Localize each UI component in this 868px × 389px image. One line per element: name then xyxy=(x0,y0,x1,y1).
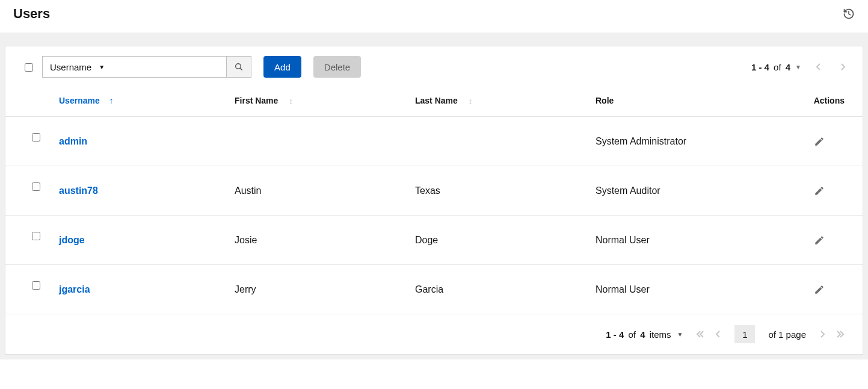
col-username[interactable]: Username ↑ xyxy=(48,87,229,117)
last-name-cell: Garcia xyxy=(409,265,589,314)
first-name-cell xyxy=(229,117,409,166)
last-name-cell: Doge xyxy=(409,216,589,265)
select-all-checkbox[interactable] xyxy=(25,63,33,72)
caret-down-icon[interactable]: ▼ xyxy=(795,64,801,70)
edit-button[interactable] xyxy=(814,136,857,147)
chevron-left-icon xyxy=(715,330,721,338)
caret-down-icon: ▼ xyxy=(99,64,105,70)
row-checkbox[interactable] xyxy=(32,182,40,191)
prev-page-button[interactable] xyxy=(715,330,721,338)
col-firstname[interactable]: First Name ↕ xyxy=(229,87,409,117)
col-username-label: Username xyxy=(59,96,100,105)
col-lastname-label: Last Name xyxy=(415,96,458,105)
double-chevron-left-icon xyxy=(696,330,704,338)
table-row: adminSystem Administrator xyxy=(5,117,863,166)
users-table: Username ↑ First Name ↕ Last Name ↕ Ro xyxy=(5,87,863,314)
row-checkbox[interactable] xyxy=(32,133,40,142)
search-button[interactable] xyxy=(226,56,251,78)
page-title: Users xyxy=(13,6,50,22)
chevron-right-icon xyxy=(819,330,825,338)
table-row: jgarciaJerryGarciaNormal User xyxy=(5,265,863,314)
chevron-left-icon xyxy=(816,63,822,71)
footer-range: 1 - 4 xyxy=(606,329,624,340)
username-link[interactable]: jdoge xyxy=(59,235,85,245)
username-link[interactable]: admin xyxy=(59,136,87,146)
last-name-cell: Texas xyxy=(409,166,589,216)
role-cell: System Auditor xyxy=(589,166,808,216)
col-role: Role xyxy=(589,87,808,117)
role-cell: Normal User xyxy=(589,265,808,314)
table-row: austin78AustinTexasSystem Auditor xyxy=(5,166,863,216)
first-name-cell: Austin xyxy=(229,166,409,216)
row-checkbox[interactable] xyxy=(32,281,40,290)
row-checkbox[interactable] xyxy=(32,232,40,240)
double-chevron-right-icon xyxy=(836,330,845,338)
pager-of: of xyxy=(774,62,781,72)
first-name-cell: Josie xyxy=(229,216,409,265)
role-cell: System Administrator xyxy=(589,117,808,166)
caret-down-icon[interactable]: ▼ xyxy=(677,331,683,338)
last-name-cell xyxy=(409,117,589,166)
sort-asc-icon: ↑ xyxy=(109,96,114,105)
table-row: jdogeJosieDogeNormal User xyxy=(5,216,863,265)
col-role-label: Role xyxy=(596,96,614,105)
pencil-icon xyxy=(814,136,857,147)
svg-line-1 xyxy=(240,68,242,70)
edit-button[interactable] xyxy=(814,235,857,246)
edit-button[interactable] xyxy=(814,185,857,196)
sort-icon: ↕ xyxy=(469,96,473,105)
col-lastname[interactable]: Last Name ↕ xyxy=(409,87,589,117)
next-page-button[interactable] xyxy=(836,63,849,71)
col-actions-label: Actions xyxy=(814,96,845,105)
search-input[interactable] xyxy=(112,56,226,78)
username-link[interactable]: austin78 xyxy=(59,185,98,196)
history-icon[interactable] xyxy=(843,8,855,20)
search-icon xyxy=(234,62,244,72)
username-link[interactable]: jgarcia xyxy=(59,284,90,294)
first-page-button[interactable] xyxy=(696,330,704,338)
chevron-right-icon xyxy=(840,63,846,71)
pencil-icon xyxy=(814,235,857,246)
page-number-input[interactable] xyxy=(734,325,755,343)
pager-total: 4 xyxy=(786,62,790,72)
first-name-cell: Jerry xyxy=(229,265,409,314)
filter-type-label: Username xyxy=(50,62,91,72)
add-button[interactable]: Add xyxy=(263,56,301,78)
pencil-icon xyxy=(814,185,857,196)
of-page-label: of 1 page xyxy=(768,329,806,340)
footer-total: 4 xyxy=(640,329,645,340)
prev-page-button[interactable] xyxy=(812,63,825,71)
footer-of: of xyxy=(628,329,636,340)
pager-range: 1 - 4 xyxy=(751,62,769,72)
edit-button[interactable] xyxy=(814,284,857,295)
delete-button[interactable]: Delete xyxy=(313,56,361,78)
last-page-button[interactable] xyxy=(836,330,845,338)
col-firstname-label: First Name xyxy=(235,96,278,105)
pencil-icon xyxy=(814,284,857,295)
next-page-button[interactable] xyxy=(819,330,825,338)
col-actions: Actions xyxy=(808,87,863,117)
role-cell: Normal User xyxy=(589,216,808,265)
footer-items-label: items xyxy=(650,329,671,340)
sort-icon: ↕ xyxy=(289,96,293,105)
filter-type-dropdown[interactable]: Username ▼ xyxy=(42,56,112,78)
